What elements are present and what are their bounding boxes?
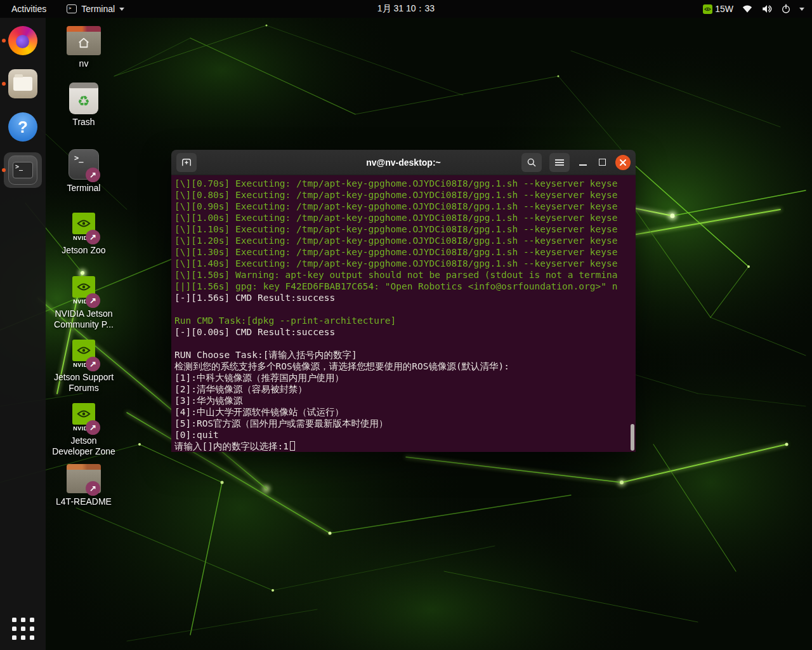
power-watts-label: 15W bbox=[715, 4, 733, 14]
window-title: nv@nv-desktop:~ bbox=[366, 157, 441, 168]
terminal-line: [2]:清华镜像源（容易被封禁） bbox=[174, 383, 636, 395]
terminal-line: [0]:quit bbox=[174, 429, 636, 441]
menu-button[interactable] bbox=[549, 153, 570, 172]
terminal-line: [\][1.40s] Executing: /tmp/apt-key-gpgho… bbox=[174, 258, 636, 269]
nvidia-logo-icon bbox=[703, 4, 712, 14]
app-menu[interactable]: > Terminal bbox=[67, 4, 124, 14]
chevron-down-icon bbox=[119, 8, 124, 11]
minimize-button[interactable] bbox=[577, 159, 589, 166]
link-arrow-icon: ↗ bbox=[86, 168, 100, 182]
desktop-icon-label: Jetson Developer Zone bbox=[52, 435, 115, 457]
terminal-line: [\][1.50s] Warning: apt-key output shoul… bbox=[174, 269, 636, 281]
desktop-icon-jetson-support-forums[interactable]: NVIDIA ↗ Jetson Support Forums bbox=[52, 336, 115, 394]
terminal-line: [\][1.10s] Executing: /tmp/apt-key-gpgho… bbox=[174, 223, 636, 235]
running-indicator bbox=[2, 82, 6, 86]
trash-icon: ♻ bbox=[69, 83, 98, 114]
terminal-line: [4]:中山大学开源软件镜像站（试运行） bbox=[174, 406, 636, 418]
home-folder-icon bbox=[67, 30, 101, 55]
dock-item-terminal[interactable]: >_ bbox=[4, 152, 42, 188]
desktop-icon-label: nv bbox=[52, 58, 115, 69]
link-arrow-icon: ↗ bbox=[86, 481, 100, 496]
chevron-down-icon bbox=[799, 8, 804, 11]
link-arrow-icon: ↗ bbox=[86, 230, 100, 244]
terminal-icon: >_ bbox=[8, 156, 37, 185]
terminal-line: [|][1.56s] gpg: key F42ED6FBAB17C654: "O… bbox=[174, 281, 636, 292]
close-button[interactable] bbox=[615, 155, 631, 170]
dock-item-firefox[interactable] bbox=[4, 23, 42, 58]
help-icon: ? bbox=[8, 112, 37, 142]
desktop-icon-label: NVIDIA Jetson Community P... bbox=[52, 308, 115, 330]
scrollbar-thumb[interactable] bbox=[631, 424, 634, 451]
clock[interactable]: 1月 31 10：33 bbox=[377, 3, 435, 15]
desktop-icon-jetson-zoo[interactable]: NVIDIA ↗ Jetson Zoo bbox=[52, 209, 115, 256]
system-status-area[interactable]: 15W bbox=[703, 4, 812, 14]
desktop-icon-label: Terminal bbox=[52, 183, 115, 194]
terminal-titlebar[interactable]: nv@nv-desktop:~ bbox=[171, 150, 636, 175]
running-indicator bbox=[2, 168, 6, 172]
desktop-icon-label: L4T-README bbox=[52, 496, 115, 507]
terminal-line: 请输入[]内的数字以选择:1 bbox=[174, 441, 636, 452]
terminal-line: [-][0.00s] CMD Result:success bbox=[174, 326, 636, 338]
dock: ? >_ bbox=[0, 18, 46, 650]
terminal-line: [\][0.90s] Executing: /tmp/apt-key-gpgho… bbox=[174, 201, 636, 212]
dock-item-help[interactable]: ? bbox=[4, 109, 42, 145]
terminal-line: [\][0.80s] Executing: /tmp/apt-key-gpgho… bbox=[174, 189, 636, 201]
power-icon bbox=[781, 4, 791, 14]
terminal-line: [1]:中科大镜像源（推荐国内用户使用） bbox=[174, 372, 636, 383]
desktop-icon-trash[interactable]: ♻ Trash bbox=[52, 81, 115, 128]
desktop-icon-terminal[interactable]: >_ ↗ Terminal bbox=[52, 147, 115, 194]
top-bar: Activities > Terminal 1月 31 10：33 15W bbox=[0, 0, 812, 18]
text-cursor bbox=[290, 441, 295, 451]
terminal-line bbox=[174, 303, 636, 315]
terminal-line: [\][0.70s] Executing: /tmp/apt-key-gpgho… bbox=[174, 178, 636, 189]
terminal-line: 检测到您的系统支持多个ROS镜像源，请选择您想要使用的ROS镜像源(默认清华): bbox=[174, 361, 636, 372]
link-arrow-icon: ↗ bbox=[86, 293, 100, 308]
terminal-line: [5]:ROS官方源（国外用户或需要最新版本时使用） bbox=[174, 418, 636, 429]
link-arrow-icon: ↗ bbox=[86, 420, 100, 435]
maximize-button[interactable] bbox=[596, 159, 608, 166]
desktop-icon-nvidia-jetson-community[interactable]: NVIDIA ↗ NVIDIA Jetson Community P... bbox=[52, 273, 115, 330]
wifi-icon bbox=[742, 4, 753, 13]
desktop-icon-label: Jetson Zoo bbox=[52, 245, 115, 256]
terminal-output-area[interactable]: [\][0.70s] Executing: /tmp/apt-key-gpgho… bbox=[171, 175, 636, 452]
activities-button[interactable]: Activities bbox=[8, 4, 50, 14]
terminal-line: [3]:华为镜像源 bbox=[174, 395, 636, 406]
link-arrow-icon: ↗ bbox=[86, 357, 100, 371]
terminal-line: RUN Choose Task:[请输入括号内的数字] bbox=[174, 349, 636, 361]
desktop-icon-label: Jetson Support Forums bbox=[52, 372, 115, 394]
terminal-output: [\][0.70s] Executing: /tmp/apt-key-gpgho… bbox=[174, 178, 636, 452]
terminal-line: Run CMD Task:[dpkg --print-architecture] bbox=[174, 315, 636, 326]
volume-icon bbox=[761, 4, 773, 14]
desktop-icon-l4t-readme[interactable]: ↗ L4T-README bbox=[52, 461, 115, 507]
running-indicator bbox=[2, 39, 6, 43]
show-applications-button[interactable] bbox=[12, 618, 34, 640]
terminal-window: nv@nv-desktop:~ [\][0.70s] Executing: /t… bbox=[171, 150, 636, 452]
new-tab-button[interactable] bbox=[176, 153, 197, 172]
search-button[interactable] bbox=[521, 153, 542, 172]
terminal-app-icon: > bbox=[67, 4, 77, 13]
terminal-line: [\][1.20s] Executing: /tmp/apt-key-gpgho… bbox=[174, 235, 636, 246]
terminal-line bbox=[174, 338, 636, 349]
desktop-icon-nv[interactable]: nv bbox=[52, 23, 115, 69]
dock-item-files[interactable] bbox=[4, 66, 42, 102]
files-icon bbox=[8, 69, 37, 98]
firefox-icon bbox=[8, 26, 37, 55]
app-menu-label: Terminal bbox=[81, 4, 115, 14]
desktop-icon-jetson-developer-zone[interactable]: NVIDIA ↗ Jetson Developer Zone bbox=[52, 400, 115, 457]
terminal-line: [-][1.56s] CMD Result:success bbox=[174, 292, 636, 303]
terminal-line: [\][1.00s] Executing: /tmp/apt-key-gpgho… bbox=[174, 212, 636, 223]
desktop-icon-label: Trash bbox=[52, 117, 115, 128]
power-usage-indicator: 15W bbox=[703, 4, 733, 14]
terminal-line: [\][1.30s] Executing: /tmp/apt-key-gpgho… bbox=[174, 246, 636, 258]
